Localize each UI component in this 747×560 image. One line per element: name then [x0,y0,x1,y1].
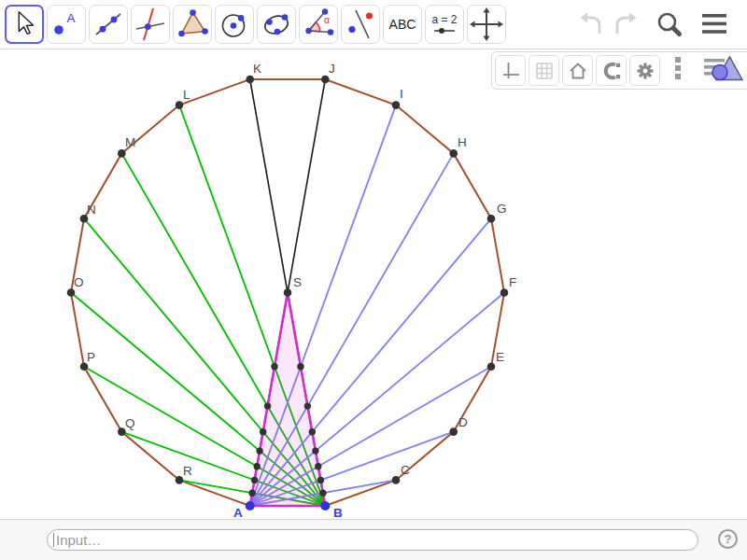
redo-button[interactable] [613,10,638,36]
undo-icon [579,10,603,36]
toolbar: A [0,0,747,49]
point-A[interactable] [246,501,255,511]
intersection-dot-4[interactable] [256,447,262,454]
intersection-dot-12[interactable] [315,463,321,469]
point-label-O: O [74,275,84,289]
circle-tool-icon [216,6,253,43]
input-bar-container: ? [0,519,747,560]
move-tool-button[interactable] [5,5,44,44]
help-button[interactable]: ? [718,529,738,549]
angle-tool-button[interactable]: α [299,5,338,44]
point-M[interactable] [118,149,126,158]
point-J[interactable] [321,76,330,84]
point-label-A: A [233,506,243,520]
point-K[interactable] [246,76,254,84]
intersection-dot-6[interactable] [251,477,258,483]
reflect-tool-icon [342,6,379,43]
polygon-tool-button[interactable] [173,5,212,44]
intersection-dot-5[interactable] [254,463,261,469]
snap-to-grid-button[interactable] [596,55,627,86]
text-tool-button[interactable]: ABC [383,5,422,44]
algebra-view-toggle-button[interactable] [702,54,745,86]
point-label-J: J [329,62,335,76]
point-label-Q: Q [125,416,135,430]
point-label-S: S [293,275,302,289]
point-tool-button[interactable]: A [47,5,86,44]
conic-tool-icon [258,6,295,43]
circle-tool-button[interactable] [215,5,254,44]
slider-tool-icon: a = 2 [426,6,463,43]
magnet-icon [601,61,622,81]
search-button[interactable] [655,10,684,38]
toggle-axes-button[interactable] [495,55,526,86]
svg-text:α: α [324,14,330,25]
move-graphics-icon [468,6,505,43]
point-B[interactable] [320,501,330,511]
stylebar-more-button[interactable] [674,56,685,80]
perpendicular-line-icon [132,6,169,43]
svg-text:ABC: ABC [389,17,416,32]
hamburger-menu-icon [702,14,726,35]
line-tool-icon [90,6,127,43]
point-L[interactable] [176,101,184,109]
intersection-dot-3[interactable] [260,428,266,435]
algebra-panel-icon [702,54,745,86]
point-S[interactable] [284,288,292,297]
move-cursor-icon [7,6,42,43]
undo-button[interactable] [579,10,603,36]
point-O[interactable] [67,288,76,297]
intersection-dot-2[interactable] [264,402,271,409]
point-label-D: D [458,415,468,429]
point-label-L: L [183,88,190,102]
redo-icon [613,10,638,36]
intersection-dot-10[interactable] [309,428,316,435]
point-label-K: K [253,62,261,76]
svg-text:A: A [66,11,75,25]
intersection-dot-1[interactable] [271,363,277,370]
move-graphics-tool-button[interactable] [467,5,506,44]
intersection-dot-8[interactable] [297,363,303,370]
grid-icon [534,61,555,81]
intersection-dot-7[interactable] [248,490,255,497]
reflect-tool-button[interactable] [341,5,380,44]
point-G[interactable] [487,215,496,223]
point-H[interactable] [449,149,458,158]
point-label-C: C [401,463,410,477]
toggle-grid-button[interactable] [529,55,559,86]
point-label-P: P [87,350,95,364]
intersection-dot-11[interactable] [312,447,318,454]
point-D[interactable] [449,427,458,436]
intersection-dot-14[interactable] [319,490,326,497]
conic-tool-button[interactable] [257,5,296,44]
point-E[interactable] [487,363,496,371]
intersection-dot-13[interactable] [317,477,324,483]
perpendicular-line-tool-button[interactable] [131,5,170,44]
point-F[interactable] [500,288,509,297]
point-R[interactable] [176,476,184,484]
point-label-H: H [458,135,467,149]
menu-button[interactable] [702,14,726,35]
point-tool-icon: A [48,6,85,43]
point-I[interactable] [392,101,401,109]
polygon-tool-icon [174,6,211,43]
intersection-dot-9[interactable] [304,402,311,409]
home-icon [568,61,588,81]
triangle-SAB[interactable] [250,293,326,507]
line-tool-button[interactable] [89,5,128,44]
gear-icon [635,61,655,81]
point-C[interactable] [392,476,401,484]
point-label-N: N [87,203,96,217]
axes-icon [500,61,521,81]
input-bar[interactable] [47,529,698,551]
settings-button[interactable] [629,55,660,86]
point-label-F: F [509,275,516,289]
point-label-E: E [496,350,504,364]
text-caret [53,533,54,547]
standard-view-button[interactable] [562,55,593,86]
slider-tool-button[interactable]: a = 2 [425,5,464,44]
angle-tool-icon: α [300,6,337,43]
point-label-R: R [183,464,192,478]
point-label-B: B [333,506,343,520]
text-tool-icon: ABC [384,6,421,43]
point-label-M: M [125,135,135,149]
